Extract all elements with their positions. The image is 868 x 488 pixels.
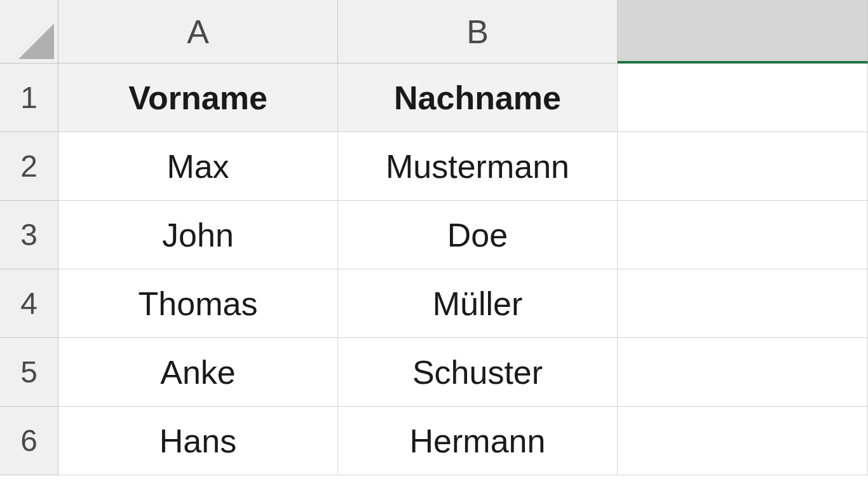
cell-B1[interactable]: Nachname bbox=[338, 64, 618, 132]
cell-C2[interactable] bbox=[618, 132, 868, 201]
cell-B5[interactable]: Schuster bbox=[338, 338, 618, 407]
cell-A5[interactable]: Anke bbox=[58, 338, 338, 407]
select-all-triangle-icon bbox=[18, 24, 54, 59]
row-header-6[interactable]: 6 bbox=[0, 407, 58, 475]
cell-A3[interactable]: John bbox=[58, 201, 338, 269]
column-header-B[interactable]: B bbox=[338, 0, 618, 64]
cell-B4[interactable]: Müller bbox=[338, 269, 618, 338]
cell-A4[interactable]: Thomas bbox=[58, 269, 338, 338]
cell-A1[interactable]: Vorname bbox=[58, 64, 338, 132]
cell-A2[interactable]: Max bbox=[58, 132, 338, 201]
column-header-C[interactable] bbox=[618, 0, 868, 64]
cell-C5[interactable] bbox=[618, 338, 868, 407]
column-header-A[interactable]: A bbox=[58, 0, 338, 64]
svg-marker-0 bbox=[18, 24, 54, 59]
spreadsheet-grid: A B 1 Vorname Nachname 2 Max Mustermann … bbox=[0, 0, 868, 488]
cell-B6[interactable]: Hermann bbox=[338, 407, 618, 475]
row-header-2[interactable]: 2 bbox=[0, 132, 58, 201]
select-all-corner[interactable] bbox=[0, 0, 58, 64]
cell-A6[interactable]: Hans bbox=[58, 407, 338, 475]
cell-C1[interactable] bbox=[618, 64, 868, 132]
cell-B3[interactable]: Doe bbox=[338, 201, 618, 269]
row-header-1[interactable]: 1 bbox=[0, 64, 58, 132]
cell-C6[interactable] bbox=[618, 407, 868, 475]
cell-C3[interactable] bbox=[618, 201, 868, 269]
row-header-3[interactable]: 3 bbox=[0, 201, 58, 269]
row-header-5[interactable]: 5 bbox=[0, 338, 58, 407]
row-header-4[interactable]: 4 bbox=[0, 269, 58, 338]
cell-C4[interactable] bbox=[618, 269, 868, 338]
cell-B2[interactable]: Mustermann bbox=[338, 132, 618, 201]
